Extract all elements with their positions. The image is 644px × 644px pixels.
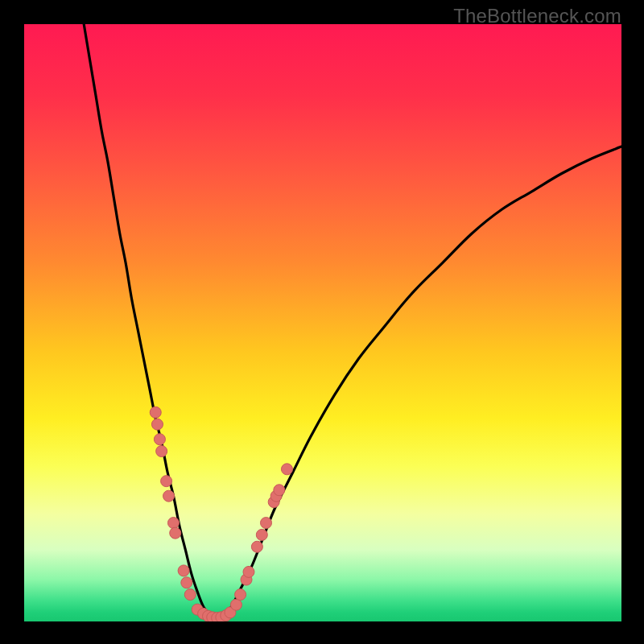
data-marker <box>156 446 167 457</box>
data-marker <box>181 577 192 588</box>
data-marker <box>150 407 161 418</box>
outer-frame: TheBottleneck.com <box>0 0 644 644</box>
data-marker <box>251 541 262 552</box>
data-marker <box>261 518 272 529</box>
chart-svg <box>24 24 621 621</box>
plot-area <box>24 24 621 621</box>
data-marker <box>230 599 242 610</box>
data-marker <box>163 490 175 502</box>
data-marker <box>170 527 181 539</box>
data-marker <box>184 589 196 601</box>
data-marker <box>281 464 292 475</box>
data-marker <box>154 434 165 445</box>
data-marker <box>235 589 246 601</box>
data-marker <box>161 476 172 487</box>
data-marker <box>243 566 254 577</box>
data-marker <box>256 529 267 540</box>
data-marker <box>168 518 180 529</box>
data-marker <box>274 485 285 496</box>
bottleneck-curve <box>84 24 621 618</box>
data-marker <box>178 565 189 576</box>
data-marker <box>151 419 163 430</box>
